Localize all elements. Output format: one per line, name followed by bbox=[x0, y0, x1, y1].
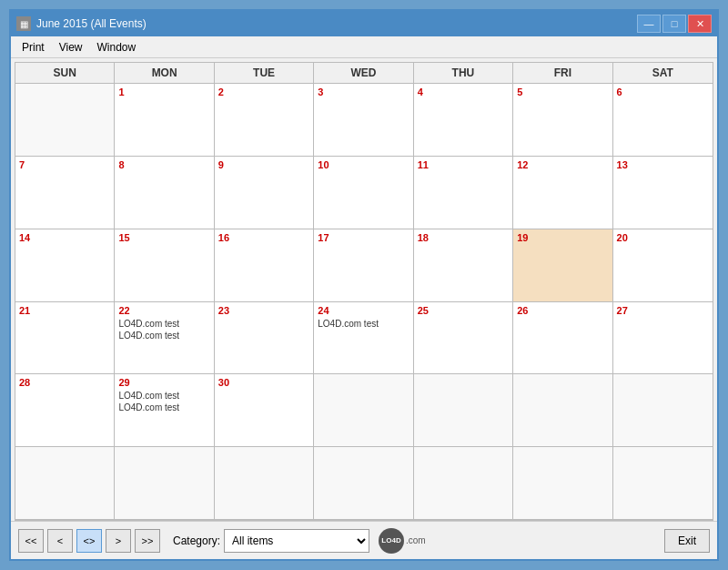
day-cell[interactable]: 16 bbox=[215, 229, 314, 302]
day-number: 1 bbox=[118, 87, 209, 97]
day-cell[interactable]: 3 bbox=[314, 84, 413, 157]
header-sat: SAT bbox=[613, 63, 713, 83]
day-cell[interactable]: 2 bbox=[215, 84, 314, 157]
nav-current-button[interactable]: <> bbox=[76, 529, 102, 553]
day-number: 7 bbox=[19, 159, 110, 170]
nav-first-button[interactable]: << bbox=[18, 529, 44, 553]
window-title: June 2015 (All Events) bbox=[36, 17, 147, 30]
day-cell[interactable]: 15 bbox=[115, 229, 214, 302]
close-button[interactable]: ✕ bbox=[688, 15, 712, 33]
title-controls: — □ ✕ bbox=[637, 15, 712, 33]
day-cell[interactable] bbox=[314, 447, 413, 520]
event-entry[interactable]: LO4D.com test bbox=[118, 402, 209, 413]
day-number: 16 bbox=[218, 232, 309, 243]
day-cell[interactable]: 18 bbox=[414, 229, 513, 302]
day-cell[interactable]: 1 bbox=[115, 84, 214, 157]
day-cell[interactable]: 10 bbox=[314, 157, 413, 229]
title-bar-left: ▦ June 2015 (All Events) bbox=[16, 16, 147, 31]
day-number: 19 bbox=[517, 232, 608, 243]
day-cell[interactable]: 13 bbox=[613, 157, 713, 229]
day-cell[interactable]: 12 bbox=[513, 157, 612, 229]
main-window: ▦ June 2015 (All Events) — □ ✕ Print Vie… bbox=[9, 9, 719, 561]
day-number: 2 bbox=[218, 87, 309, 97]
nav-next-button[interactable]: > bbox=[106, 529, 131, 553]
day-cell[interactable] bbox=[414, 374, 513, 447]
day-number: 28 bbox=[19, 377, 110, 388]
day-cell[interactable]: 4 bbox=[414, 84, 513, 157]
day-cell[interactable] bbox=[513, 374, 612, 447]
header-fri: FRI bbox=[513, 63, 612, 83]
day-number: 23 bbox=[218, 305, 309, 316]
day-number: 17 bbox=[318, 232, 409, 243]
header-mon: MON bbox=[115, 63, 214, 83]
logo-text: .com bbox=[406, 535, 426, 545]
day-cell[interactable] bbox=[15, 447, 115, 520]
event-entry[interactable]: LO4D.com test bbox=[318, 318, 409, 330]
menu-window[interactable]: Window bbox=[89, 39, 143, 56]
day-cell[interactable] bbox=[613, 447, 713, 520]
day-number: 18 bbox=[418, 232, 509, 243]
day-number: 9 bbox=[218, 159, 309, 170]
day-cell[interactable] bbox=[314, 374, 413, 447]
event-entry[interactable]: LO4D.com test bbox=[118, 390, 209, 402]
day-cell[interactable]: 27 bbox=[613, 302, 713, 375]
maximize-button[interactable]: □ bbox=[662, 15, 686, 33]
day-cell[interactable]: 21 bbox=[15, 302, 115, 375]
day-cell[interactable]: 11 bbox=[414, 157, 513, 229]
category-select[interactable]: All itemsPersonalWorkFamily bbox=[224, 529, 369, 553]
day-number: 20 bbox=[617, 232, 709, 243]
day-cell[interactable]: 5 bbox=[513, 84, 612, 157]
day-number: 6 bbox=[617, 87, 709, 97]
day-cell[interactable]: 20 bbox=[613, 229, 713, 302]
day-cell[interactable]: 6 bbox=[613, 84, 713, 157]
day-cell[interactable] bbox=[513, 447, 612, 520]
day-cell[interactable] bbox=[115, 447, 214, 520]
day-cell[interactable]: 29LO4D.com testLO4D.com test bbox=[115, 374, 214, 447]
day-number: 14 bbox=[19, 232, 110, 243]
day-cell[interactable] bbox=[613, 374, 713, 447]
day-number: 26 bbox=[517, 305, 608, 316]
day-cell[interactable]: 26 bbox=[513, 302, 612, 375]
day-cell[interactable]: 23 bbox=[215, 302, 314, 375]
calendar-grid: 12345678910111213141516171819202122LO4D.… bbox=[15, 84, 713, 520]
day-number: 3 bbox=[318, 87, 409, 97]
day-cell[interactable]: 17 bbox=[314, 229, 413, 302]
nav-last-button[interactable]: >> bbox=[135, 529, 160, 553]
day-cell[interactable] bbox=[414, 447, 513, 520]
day-number: 4 bbox=[418, 87, 509, 97]
day-cell[interactable]: 8 bbox=[115, 157, 214, 229]
category-label: Category: bbox=[173, 534, 220, 547]
nav-prev-button[interactable]: < bbox=[47, 529, 73, 553]
day-cell[interactable] bbox=[215, 447, 314, 520]
day-cell[interactable]: 9 bbox=[215, 157, 314, 229]
day-cell[interactable]: 25 bbox=[414, 302, 513, 375]
calendar-day-headers: SUN MON TUE WED THU FRI SAT bbox=[15, 63, 713, 84]
event-entry[interactable]: LO4D.com test bbox=[118, 318, 209, 330]
header-wed: WED bbox=[314, 63, 413, 83]
day-cell[interactable]: 22LO4D.com testLO4D.com test bbox=[115, 302, 214, 375]
menu-view[interactable]: View bbox=[52, 39, 90, 56]
header-sun: SUN bbox=[15, 63, 115, 83]
day-number: 11 bbox=[418, 159, 509, 170]
day-cell[interactable]: 28 bbox=[15, 374, 115, 447]
day-number: 25 bbox=[418, 305, 509, 316]
day-number: 10 bbox=[318, 159, 409, 170]
day-cell[interactable]: 7 bbox=[15, 157, 115, 229]
day-number: 29 bbox=[118, 377, 209, 388]
day-cell[interactable]: 14 bbox=[15, 229, 115, 302]
header-thu: THU bbox=[414, 63, 513, 83]
logo-icon: LO4D bbox=[379, 528, 404, 554]
app-icon: ▦ bbox=[16, 16, 31, 31]
calendar: SUN MON TUE WED THU FRI SAT 123456789101… bbox=[15, 62, 713, 521]
exit-button[interactable]: Exit bbox=[664, 529, 710, 553]
minimize-button[interactable]: — bbox=[637, 15, 661, 33]
menu-print[interactable]: Print bbox=[15, 39, 52, 56]
event-entry[interactable]: LO4D.com test bbox=[118, 330, 209, 341]
day-cell[interactable]: 24LO4D.com test bbox=[314, 302, 413, 375]
day-number: 30 bbox=[218, 377, 309, 388]
day-number: 22 bbox=[118, 305, 209, 316]
day-cell[interactable]: 19 bbox=[513, 229, 612, 302]
day-cell[interactable] bbox=[15, 84, 115, 157]
day-cell[interactable]: 30 bbox=[215, 374, 314, 447]
day-number: 13 bbox=[617, 159, 709, 170]
